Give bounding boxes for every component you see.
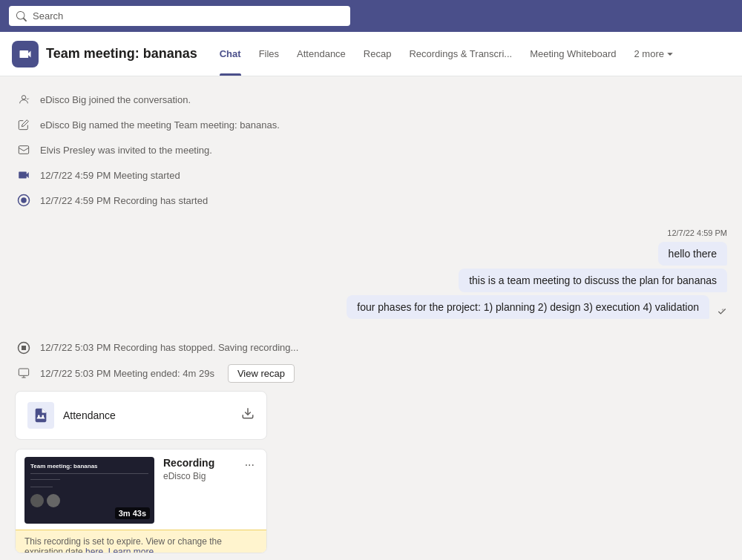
user-message-group: 12/7/22 4:59 PM hello there this is a te… [15,228,727,319]
recording-title: Recording [163,457,214,469]
tab-more[interactable]: 2 more [626,32,683,76]
search-icon [16,11,27,22]
recording-more-button[interactable]: ··· [242,457,257,473]
last-bubble-row: four phases for the project: 1) planning… [347,295,727,319]
system-msg-text: 12/7/22 5:03 PM Meeting ended: 4m 29s [40,368,214,379]
message-bubble: this is a team meeting to discuss the pl… [459,269,727,292]
invite-icon [15,141,33,159]
search-box[interactable]: Search [9,6,350,26]
tab-recordings[interactable]: Recordings & Transcri... [400,32,521,76]
system-message: Elvis Presley was invited to the meeting… [15,139,727,161]
join-icon [15,90,33,108]
expiry-link-learn-more[interactable]: Learn more [108,547,154,553]
chevron-down-icon [666,50,674,58]
expiry-banner: This recording is set to expire. View or… [16,530,266,553]
meeting-icon [12,41,39,67]
system-msg-text: eDisco Big joined the conversation. [40,94,191,105]
message-status-icon [717,306,727,319]
tab-chat[interactable]: Chat [211,32,250,76]
search-bar: Search [0,0,742,32]
record-icon [15,191,33,209]
recording-subtitle: eDisco Big [163,471,214,481]
chat-area: eDisco Big joined the conversation. eDis… [0,76,742,560]
system-msg-text: 12/7/22 4:59 PM Recording has started [40,195,208,206]
attendance-left: Attendance [27,402,116,429]
system-msg-text: eDisco Big named the meeting Team meetin… [40,119,280,131]
tab-recap[interactable]: Recap [355,32,401,76]
system-message: 12/7/22 5:03 PM Recording has stopped. S… [15,337,727,359]
view-recap-button[interactable]: View recap [228,364,295,383]
svg-rect-5 [22,346,26,350]
record-stop-icon [15,339,33,357]
system-message: eDisco Big joined the conversation. [15,88,727,111]
recording-thumbnail[interactable]: Team meeting: bananas 3m 43s [24,457,154,524]
message-bubble: hello there [658,242,727,266]
expiry-link-here[interactable]: here [85,547,103,553]
system-msg-text: Elvis Presley was invited to the meeting… [40,145,212,156]
recording-info: Recording eDisco Big ··· [154,457,257,481]
meeting-title: Team meeting: bananas [46,46,197,62]
system-message: eDisco Big named the meeting Team meetin… [15,113,727,136]
system-message: 12/7/22 4:59 PM Recording has started [15,189,727,211]
search-placeholder: Search [33,10,63,22]
meeting-end-icon [15,364,33,382]
message-bubble: four phases for the project: 1) planning… [347,295,709,319]
attendance-file-icon [27,402,54,429]
system-msg-text: 12/7/22 4:59 PM Meeting started [40,170,180,181]
message-timestamp: 12/7/22 4:59 PM [667,228,727,237]
svg-rect-1 [19,146,28,154]
recording-duration: 3m 43s [115,507,150,519]
thumb-title: Team meeting: bananas [30,463,98,470]
video-icon [15,166,33,184]
svg-rect-6 [19,369,28,375]
system-message: 12/7/22 5:03 PM Meeting ended: 4m 29s Vi… [15,362,727,385]
tab-files[interactable]: Files [250,32,288,76]
system-msg-text: 12/7/22 5:03 PM Recording has stopped. S… [40,342,298,353]
attendance-label: Attendance [63,409,116,421]
attendance-card: Attendance [15,391,267,440]
system-message: 12/7/22 4:59 PM Meeting started [15,164,727,186]
header: Team meeting: bananas Chat Files Attenda… [0,32,742,76]
svg-point-0 [22,96,25,99]
tab-whiteboard[interactable]: Meeting Whiteboard [521,32,625,76]
tab-attendance[interactable]: Attendance [288,32,355,76]
download-button[interactable] [241,406,255,424]
svg-point-3 [21,197,27,203]
recording-card: Team meeting: bananas 3m 43s Recording e… [15,449,267,553]
edit-icon [15,116,33,134]
tab-bar: Chat Files Attendance Recap Recordings &… [211,32,683,76]
